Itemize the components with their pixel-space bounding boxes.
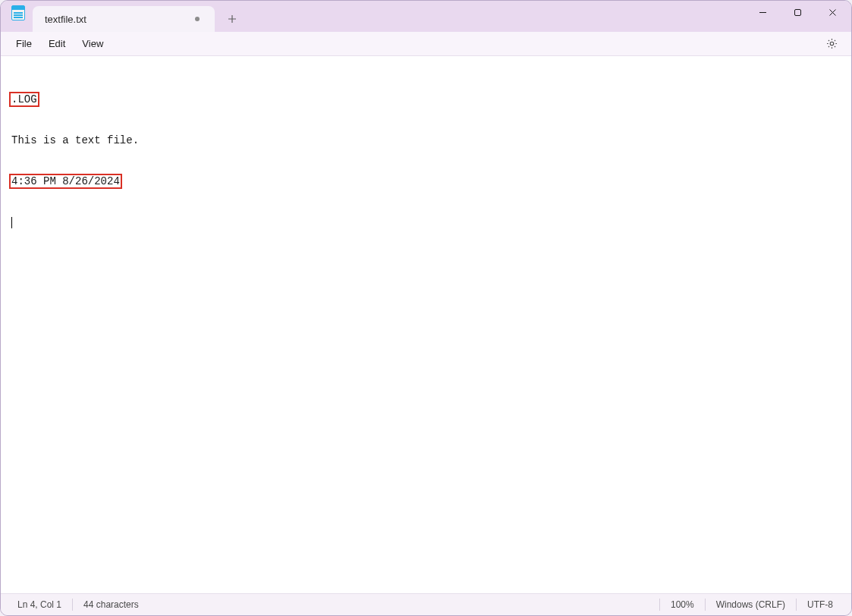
title-bar: textfile.txt [1,1,851,32]
text-editor[interactable]: .LOG This is a text file. 4:36 PM 8/26/2… [1,56,851,593]
close-button[interactable] [815,1,850,24]
plus-icon [228,14,237,24]
window-controls [745,1,850,24]
tab-title: textfile.txt [45,14,189,25]
status-zoom[interactable]: 100% [671,599,694,610]
minimize-icon [759,8,767,17]
tab-active[interactable]: textfile.txt [33,6,215,32]
menu-view[interactable]: View [74,33,111,54]
svg-point-1 [830,42,834,46]
editor-line-2: This is a text file. [11,134,848,147]
status-position: Ln 4, Col 1 [17,599,61,610]
gear-icon [825,37,838,50]
status-char-count: 44 characters [83,599,139,610]
menu-file[interactable]: File [8,33,39,54]
svg-rect-0 [794,9,800,15]
status-encoding[interactable]: UTF-8 [807,599,833,610]
settings-button[interactable] [819,32,844,56]
menu-edit[interactable]: Edit [41,33,73,54]
editor-line-3: 4:36 PM 8/26/2024 [10,174,121,188]
maximize-icon [794,8,802,17]
status-bar: Ln 4, Col 1 44 characters 100% Windows (… [1,593,851,615]
status-line-ending[interactable]: Windows (CRLF) [716,599,785,610]
minimize-button[interactable] [745,1,780,24]
menu-bar: File Edit View [1,32,851,56]
unsaved-indicator-icon [195,17,200,21]
maximize-button[interactable] [780,1,815,24]
status-separator [659,599,660,611]
status-separator [796,599,797,611]
status-separator [705,599,706,611]
notepad-icon [11,5,25,20]
status-separator [72,599,73,611]
editor-line-1: .LOG [10,93,39,106]
close-icon [828,8,837,17]
new-tab-button[interactable] [219,6,245,32]
text-caret [11,217,12,228]
